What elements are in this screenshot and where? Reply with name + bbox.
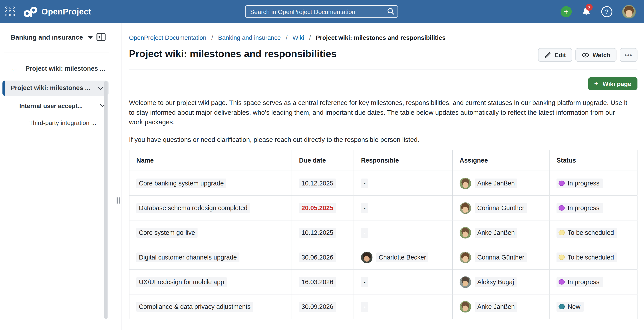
- status-dot: [558, 181, 565, 186]
- status-badge: In progress: [556, 203, 603, 213]
- page-title: Project wiki: milestones and responsibil…: [129, 48, 337, 60]
- user-avatar[interactable]: [622, 5, 636, 18]
- due-date: 10.12.2025: [299, 178, 336, 188]
- sidebar-item-third-party-integration[interactable]: Third-party integration ...: [29, 118, 96, 127]
- milestone-name[interactable]: Compliance & data privacy adjustments: [136, 302, 253, 311]
- status-label: In progress: [568, 204, 599, 212]
- caret-down-icon[interactable]: [88, 36, 93, 39]
- table-row: Core system go-live 10.12.2025 - Anke Ja…: [129, 220, 637, 245]
- responsible-empty: -: [361, 178, 368, 188]
- milestone-name[interactable]: UX/UI redesign for mobile app: [136, 277, 226, 287]
- status-dot: [558, 255, 565, 260]
- page-actions: Edit Watch •••: [538, 48, 638, 62]
- collapse-sidebar-button[interactable]: [96, 32, 106, 42]
- milestone-name[interactable]: Digital customer channels upgrade: [136, 252, 240, 262]
- table-row: Database schema redesign completed 20.05…: [129, 196, 637, 220]
- project-selector[interactable]: Banking and insurance: [11, 34, 83, 41]
- assignee-name[interactable]: Corinna Günther: [475, 203, 527, 213]
- global-add-button[interactable]: +: [561, 6, 572, 17]
- breadcrumb-current: Project wiki: milestones and responsibil…: [316, 34, 446, 41]
- main-content: OpenProject Documentation / Banking and …: [122, 23, 644, 330]
- avatar-charlotte-becker: [361, 251, 373, 263]
- avatar-anke-janssen: [460, 227, 471, 238]
- add-wiki-page-label: Wiki page: [602, 80, 631, 87]
- sidebar-item-internal-user-accept[interactable]: Internal user accept...: [19, 100, 105, 111]
- sidebar-item-label: Third-party integration ...: [29, 119, 96, 126]
- status-badge: New: [556, 302, 584, 311]
- responsible-name[interactable]: Charlotte Becker: [376, 252, 428, 262]
- avatar-anke-janssen: [460, 178, 471, 189]
- status-label: New: [568, 303, 580, 310]
- sidebar-resize-handle[interactable]: [116, 198, 120, 204]
- add-wiki-page-button[interactable]: + Wiki page: [588, 77, 638, 90]
- table-header-row: Name Due date Responsible Assignee Statu…: [129, 150, 637, 171]
- status-badge: In progress: [556, 277, 603, 287]
- intro-paragraph: Welcome to our project wiki page. This s…: [129, 98, 628, 127]
- breadcrumb-separator: /: [309, 34, 311, 41]
- column-header-status: Status: [550, 150, 637, 171]
- table-row: Compliance & data privacy adjustments 30…: [129, 294, 637, 319]
- due-date: 30.09.2026: [299, 302, 336, 311]
- status-label: To be scheduled: [568, 253, 614, 261]
- due-date: 16.03.2026: [299, 277, 336, 287]
- assignee-name[interactable]: Corinna Günther: [475, 252, 527, 262]
- notification-count-badge: 7: [586, 4, 592, 11]
- assignee-name[interactable]: Aleksy Bugaj: [475, 277, 516, 287]
- pencil-icon: [544, 51, 551, 58]
- sidebar-item-label: Project wiki: milestones ...: [11, 84, 90, 92]
- apps-grid-icon[interactable]: [5, 7, 15, 17]
- status-label: To be scheduled: [568, 229, 614, 236]
- due-date: 10.12.2025: [299, 228, 336, 238]
- responsible-empty: -: [361, 228, 368, 238]
- breadcrumb: OpenProject Documentation / Banking and …: [129, 34, 446, 41]
- search-icon[interactable]: [387, 8, 394, 15]
- openproject-app: OpenProject + 7 ?: [0, 0, 644, 330]
- table-row: UX/UI redesign for mobile app 16.03.2026…: [129, 269, 637, 294]
- breadcrumb-link-project[interactable]: Banking and insurance: [218, 34, 281, 41]
- table-row: Digital customer channels upgrade 30.06.…: [129, 245, 637, 269]
- avatar-corinna-gunther: [460, 202, 471, 214]
- watch-button[interactable]: Watch: [576, 48, 616, 62]
- milestone-name[interactable]: Database schema redesign completed: [136, 203, 250, 213]
- sidebar-item-label: Internal user accept...: [19, 102, 100, 109]
- edit-button[interactable]: Edit: [538, 48, 572, 62]
- sidebar: Banking and insurance ← Project wiki: mi…: [0, 23, 122, 330]
- milestone-name[interactable]: Core system go-live: [136, 228, 198, 238]
- responsible-empty: -: [361, 203, 368, 213]
- selected-accent-bar: [2, 81, 5, 96]
- sidebar-item-project-wiki[interactable]: Project wiki: milestones ...: [2, 81, 109, 96]
- avatar-anke-janssen: [460, 301, 471, 312]
- edit-label: Edit: [555, 52, 566, 58]
- notifications-button[interactable]: 7: [582, 7, 591, 17]
- status-badge: To be scheduled: [556, 252, 617, 262]
- search-input[interactable]: [245, 5, 398, 18]
- assignee-name[interactable]: Anke Janßen: [475, 302, 517, 311]
- contact-paragraph: If you have questions or need clarificat…: [129, 135, 628, 144]
- milestone-name[interactable]: Core banking system upgrade: [136, 178, 226, 188]
- breadcrumb-separator: /: [212, 34, 213, 41]
- breadcrumb-link-documentation[interactable]: OpenProject Documentation: [129, 34, 206, 41]
- assignee-name[interactable]: Anke Janßen: [475, 228, 517, 238]
- help-button[interactable]: ?: [601, 6, 612, 17]
- avatar-aleksy-bugaj: [460, 276, 471, 288]
- logo-text: OpenProject: [42, 7, 91, 17]
- assignee-name[interactable]: Anke Janßen: [475, 178, 517, 188]
- breadcrumb-separator: /: [286, 34, 288, 41]
- content-divider: [129, 70, 638, 70]
- more-menu-button[interactable]: •••: [620, 48, 637, 62]
- openproject-logo[interactable]: OpenProject: [23, 6, 91, 17]
- column-header-assignee: Assignee: [452, 150, 549, 171]
- wiki-back-item[interactable]: ← Project wiki: milestones ...: [11, 63, 113, 74]
- sidebar-scrollbar[interactable]: [104, 81, 108, 319]
- back-arrow-icon[interactable]: ←: [11, 64, 26, 73]
- due-date-overdue: 20.05.2025: [299, 203, 336, 213]
- breadcrumb-link-wiki[interactable]: Wiki: [292, 34, 304, 41]
- column-header-due-date: Due date: [292, 150, 354, 171]
- global-search: [245, 5, 398, 18]
- watch-label: Watch: [592, 52, 610, 58]
- plus-icon: +: [594, 79, 598, 88]
- table-row: Core banking system upgrade 10.12.2025 -…: [129, 171, 637, 196]
- chevron-down-icon[interactable]: [98, 87, 103, 90]
- status-dot: [558, 304, 565, 309]
- collapse-panel-icon: [96, 32, 106, 42]
